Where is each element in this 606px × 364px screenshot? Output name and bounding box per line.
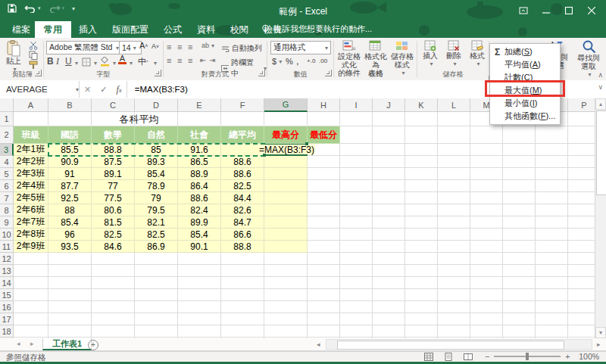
cell[interactable] (503, 265, 536, 277)
cell[interactable] (503, 180, 536, 192)
cell[interactable] (405, 144, 438, 156)
cell[interactable] (536, 144, 568, 156)
cell[interactable]: 88.6 (178, 192, 221, 204)
normal-view-icon[interactable] (424, 353, 433, 361)
cell[interactable] (536, 253, 568, 265)
tab-insert[interactable]: 插入 (70, 21, 106, 38)
cell[interactable] (405, 156, 438, 168)
phonetic-guide-icon[interactable]: 中ᶻ (138, 56, 148, 67)
cell[interactable] (221, 313, 264, 325)
cell[interactable] (48, 265, 92, 277)
cell[interactable] (438, 277, 470, 289)
cell[interactable]: 90.9 (48, 156, 92, 168)
close-button[interactable] (580, 0, 603, 21)
cell[interactable] (14, 265, 48, 277)
menu-item-F[interactable]: 其他函數(F)... (490, 110, 560, 123)
cell[interactable] (14, 253, 48, 265)
cell[interactable]: 社會 (178, 126, 221, 144)
align-center-icon[interactable]: ≡ (177, 56, 182, 65)
column-header[interactable]: F (221, 98, 264, 112)
increase-decimal-button[interactable]: +.0 (307, 58, 315, 64)
cell[interactable]: 79.5 (135, 204, 178, 216)
sheet-title-cell[interactable]: 各科平均 (14, 112, 264, 126)
align-middle-icon[interactable]: ≡ (177, 42, 182, 51)
cell[interactable] (405, 126, 438, 144)
font-color-icon[interactable]: A (118, 55, 127, 64)
cell[interactable] (135, 325, 178, 338)
ribbon-display-options-icon[interactable] (512, 0, 535, 21)
cell[interactable] (568, 229, 595, 241)
cell[interactable] (264, 313, 308, 325)
cell[interactable] (373, 204, 405, 216)
cell[interactable] (48, 289, 92, 301)
cell[interactable]: 86.6 (221, 229, 264, 241)
cell[interactable] (405, 265, 438, 277)
underline-caret[interactable]: ▾ (75, 60, 78, 67)
cell[interactable]: 96 (48, 229, 92, 241)
paste-button[interactable]: 貼上 ▾ (6, 40, 21, 73)
cut-icon[interactable] (29, 41, 38, 50)
cell[interactable] (373, 253, 405, 265)
cell[interactable] (536, 301, 568, 313)
cell[interactable]: 89.3 (135, 156, 178, 168)
cell[interactable] (438, 265, 470, 277)
cell[interactable] (135, 253, 178, 265)
cell[interactable]: 88.9 (178, 168, 221, 180)
cell[interactable] (264, 216, 308, 229)
cell[interactable] (308, 204, 340, 216)
cell[interactable] (340, 112, 373, 126)
column-header[interactable]: P (568, 98, 595, 112)
cell[interactable] (14, 277, 48, 289)
cell[interactable] (536, 325, 568, 338)
cell[interactable] (536, 204, 568, 216)
cell[interactable]: 82.5 (92, 229, 135, 241)
cell[interactable]: 78.9 (135, 180, 178, 192)
cell[interactable] (405, 289, 438, 301)
cell[interactable] (438, 204, 470, 216)
cell[interactable] (438, 325, 470, 338)
cell[interactable] (438, 112, 470, 126)
column-header[interactable]: L (438, 98, 470, 112)
column-header[interactable]: J (373, 98, 405, 112)
insert-function-icon[interactable]: fx (116, 84, 121, 95)
cell[interactable] (438, 192, 470, 204)
cell[interactable] (405, 253, 438, 265)
column-header[interactable]: B (48, 98, 92, 112)
row-header[interactable]: 15 (0, 289, 14, 301)
cell[interactable] (340, 180, 373, 192)
page-break-view-icon[interactable] (464, 353, 473, 361)
cell[interactable]: 88.8 (92, 144, 135, 156)
cell[interactable] (340, 277, 373, 289)
cell[interactable] (568, 112, 595, 126)
cell[interactable] (264, 325, 308, 338)
cell[interactable]: 77.5 (92, 192, 135, 204)
cell[interactable] (503, 216, 536, 229)
format-cells-button[interactable]: 格式▾ (467, 40, 488, 68)
clipboard-dialog-launcher[interactable] (35, 70, 42, 76)
tab-review[interactable]: 校閱 (221, 21, 258, 38)
zoom-slider-thumb[interactable] (526, 353, 529, 360)
column-header[interactable]: H (308, 98, 340, 112)
cell[interactable] (340, 301, 373, 313)
cell[interactable] (48, 277, 92, 289)
sheet-nav-prev-icon[interactable]: ◂ (17, 340, 20, 347)
menu-item-A[interactable]: 平均值(A) (490, 58, 560, 71)
name-box[interactable]: AVERAGE▾ (0, 81, 80, 98)
cell[interactable]: 88 (48, 204, 92, 216)
decrease-indent-icon[interactable]: ⇤ (200, 56, 206, 64)
cell[interactable] (92, 277, 135, 289)
cell[interactable]: 84.7 (221, 216, 264, 229)
cell[interactable]: 班級 (14, 126, 48, 144)
cell[interactable]: 86.4 (178, 180, 221, 192)
cell[interactable] (470, 301, 503, 313)
cell[interactable] (470, 313, 503, 325)
cell[interactable] (536, 277, 568, 289)
cell[interactable] (568, 253, 595, 265)
cell[interactable] (340, 265, 373, 277)
cell[interactable] (568, 289, 595, 301)
cell[interactable] (568, 168, 595, 180)
cell[interactable] (568, 192, 595, 204)
cell[interactable] (14, 313, 48, 325)
cell[interactable] (14, 301, 48, 313)
cell[interactable] (264, 180, 308, 192)
